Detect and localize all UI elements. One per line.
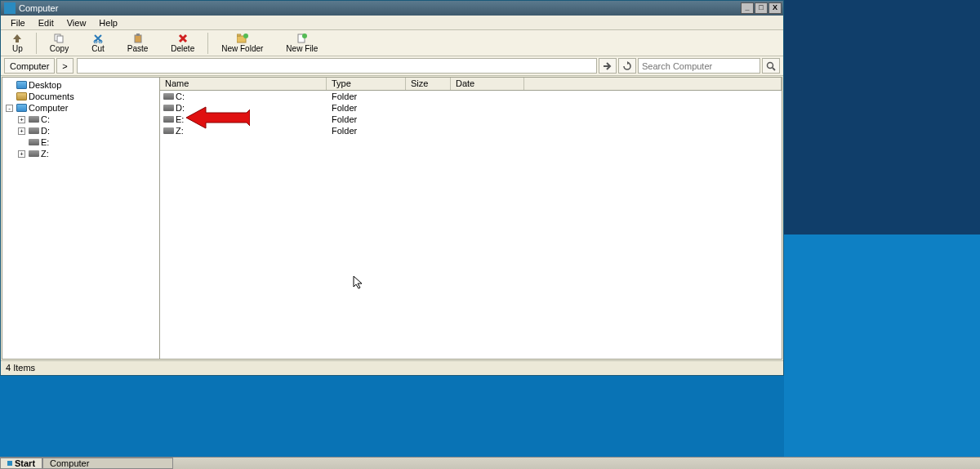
drive-icon [163, 114, 174, 124]
drive-icon [163, 126, 174, 136]
tree-label-c: C: [41, 114, 50, 124]
tree-item-drive-e[interactable]: E: [2, 136, 159, 148]
close-button[interactable]: X [768, 2, 782, 14]
delete-label: Delete [171, 44, 194, 53]
column-type[interactable]: Type [327, 78, 406, 90]
content-area: Desktop Documents - Computer + C: + [2, 77, 782, 360]
tree-item-computer[interactable]: - Computer [2, 102, 159, 114]
paste-label: Paste [127, 44, 149, 53]
tree-item-drive-c[interactable]: + C: [2, 114, 159, 125]
paste-icon [133, 33, 143, 44]
drive-icon [28, 126, 39, 136]
list-row-d[interactable]: D: Folder [160, 102, 782, 114]
cut-button[interactable]: Cut [80, 30, 116, 56]
up-label: Up [12, 44, 23, 53]
tree-pane[interactable]: Desktop Documents - Computer + C: + [2, 78, 160, 359]
desktop-background-bottom [784, 234, 980, 469]
file-manager-window: Computer _ □ X File Edit View Help Up Co… [0, 0, 784, 376]
delete-icon [178, 33, 188, 44]
search-button[interactable] [762, 58, 780, 74]
list-row-c[interactable]: C: Folder [160, 91, 782, 102]
menu-edit[interactable]: Edit [32, 16, 60, 29]
new-folder-label: New Folder [221, 44, 263, 53]
svg-rect-1 [57, 36, 63, 42]
taskbar-task-computer[interactable]: Computer [42, 458, 173, 469]
tree-label-computer: Computer [29, 103, 68, 113]
drive-icon [28, 114, 39, 124]
row-name: Z: [176, 126, 184, 136]
window-icon [4, 2, 16, 14]
tree-label-d: D: [41, 126, 50, 136]
tree-item-desktop[interactable]: Desktop [2, 79, 159, 91]
column-name[interactable]: Name [160, 78, 327, 90]
row-type: Folder [327, 103, 406, 113]
tree-expand-icon[interactable]: + [18, 116, 25, 123]
column-date[interactable]: Date [451, 78, 524, 90]
tree-label-documents: Documents [29, 92, 74, 101]
toolbar-separator [207, 33, 208, 54]
new-file-button[interactable]: New File [274, 30, 329, 56]
tree-label-e: E: [41, 137, 49, 147]
new-folder-icon [237, 33, 248, 44]
maximize-button[interactable]: □ [755, 2, 768, 14]
address-path-input[interactable] [77, 58, 597, 74]
addressbar: Computer > [1, 56, 783, 76]
column-size[interactable]: Size [406, 78, 451, 90]
start-button[interactable]: Start [0, 458, 42, 469]
search-icon [766, 61, 776, 71]
tree-label-desktop: Desktop [29, 80, 61, 90]
menu-help[interactable]: Help [92, 16, 124, 29]
titlebar[interactable]: Computer _ □ X [1, 1, 783, 16]
breadcrumb-computer[interactable]: Computer [4, 58, 55, 74]
delete-button[interactable]: Delete [159, 30, 206, 56]
minimize-button[interactable]: _ [741, 2, 754, 14]
go-button[interactable] [599, 58, 617, 74]
window-title: Computer [19, 3, 740, 13]
folder-icon [16, 80, 27, 90]
search-input[interactable] [638, 58, 760, 74]
svg-rect-4 [135, 35, 141, 42]
statusbar: 4 Items [1, 360, 783, 375]
tree-collapse-icon[interactable]: - [6, 105, 13, 112]
new-file-icon [297, 33, 307, 44]
list-row-z[interactable]: Z: Folder [160, 125, 782, 136]
cut-icon [93, 33, 103, 44]
tree-item-documents[interactable]: Documents [2, 91, 159, 102]
tree-item-drive-z[interactable]: + Z: [2, 148, 159, 159]
up-button[interactable]: Up [1, 30, 34, 56]
tree-expand-icon[interactable]: + [18, 150, 25, 158]
menu-view[interactable]: View [60, 16, 93, 29]
tree-item-drive-d[interactable]: + D: [2, 125, 159, 136]
drive-icon [163, 103, 174, 113]
refresh-button[interactable] [618, 58, 636, 74]
row-type: Folder [327, 114, 406, 124]
breadcrumb-arrow[interactable]: > [56, 58, 73, 74]
new-folder-button[interactable]: New Folder [210, 30, 274, 56]
folder-icon [16, 103, 27, 113]
paste-button[interactable]: Paste [116, 30, 160, 56]
svg-point-7 [243, 34, 248, 38]
list-body[interactable]: C: Folder D: Folder E: Folder Z: Folder [160, 91, 782, 359]
row-type: Folder [327, 92, 406, 101]
menu-file[interactable]: File [4, 16, 32, 29]
toolbar-separator [36, 33, 37, 54]
desktop-background-top [784, 0, 980, 234]
svg-point-10 [768, 62, 773, 68]
menubar: File Edit View Help [1, 16, 783, 30]
arrow-right-icon [603, 62, 612, 70]
folder-icon [16, 92, 27, 101]
copy-button[interactable]: Copy [38, 30, 80, 56]
cut-label: Cut [91, 44, 105, 53]
row-type: Folder [327, 126, 406, 136]
up-arrow-icon [12, 33, 22, 44]
tree-expand-icon[interactable]: + [18, 127, 25, 135]
list-row-e[interactable]: E: Folder [160, 114, 782, 125]
new-file-label: New File [286, 44, 318, 53]
column-filler [524, 78, 782, 90]
copy-icon [54, 33, 64, 44]
copy-label: Copy [50, 44, 69, 53]
row-name: D: [176, 103, 185, 113]
mouse-cursor-icon [353, 275, 364, 292]
drive-icon [28, 137, 39, 147]
refresh-icon [622, 61, 632, 71]
